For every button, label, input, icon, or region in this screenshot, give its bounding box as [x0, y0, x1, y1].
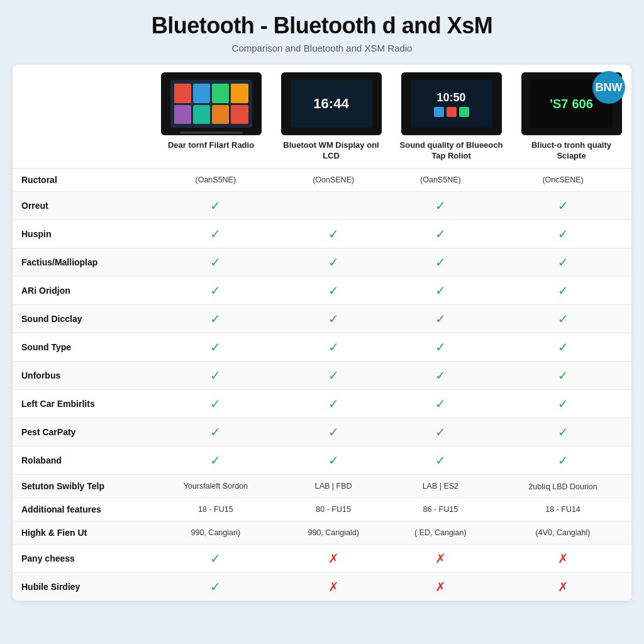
cell-2-3: ✓ — [494, 220, 631, 248]
check-icon: ✓ — [435, 312, 446, 326]
page-title: Bluetooth - Bluetooth d and XsM — [13, 13, 631, 39]
row-label: Factius/Mallioplap — [13, 248, 151, 277]
cell-11-1: LAB | FBD — [280, 475, 387, 498]
cell-7-3: ✓ — [494, 362, 631, 390]
cell-4-1: ✓ — [280, 277, 387, 305]
cell-6-0: ✓ — [151, 333, 280, 362]
check-icon: ✓ — [328, 397, 339, 411]
cell-9-1: ✓ — [280, 418, 387, 447]
check-icon: ✓ — [328, 284, 339, 297]
cell-5-1: ✓ — [280, 305, 387, 333]
cell-15-3: ✗ — [494, 573, 631, 601]
table-row: Factius/Mallioplap✓✓✓✓ — [13, 248, 631, 277]
row-label: Pest CarPaty — [13, 418, 151, 447]
cell-8-3: ✓ — [494, 390, 631, 418]
first-col-header — [13, 72, 151, 163]
cell-0-0: (OanS5NE) — [151, 169, 280, 192]
cell-1-0: ✓ — [151, 192, 280, 220]
check-icon: ✓ — [210, 199, 221, 213]
cell-12-2: 86 - FU15 — [387, 498, 494, 521]
check-icon: ✓ — [210, 397, 221, 411]
cell-14-3: ✗ — [494, 545, 631, 573]
cell-7-2: ✓ — [387, 362, 494, 390]
cell-12-1: 80 - FU15 — [280, 498, 387, 521]
check-icon: ✓ — [558, 340, 569, 354]
cell-15-0: ✓ — [151, 573, 280, 601]
cell-15-1: ✗ — [280, 573, 387, 601]
cell-12-0: 18 - FU15 — [151, 498, 280, 521]
cross-icon: ✗ — [435, 580, 446, 594]
table-row: Additional features18 - FU1580 - FU1586 … — [13, 498, 631, 521]
cell-10-0: ✓ — [151, 447, 280, 475]
row-label: Left Car Embirlits — [13, 390, 151, 418]
comparison-table: Ructoral(OanS5NE)(OonSENE)(OanS5NE)(OncS… — [13, 169, 631, 601]
check-icon: ✓ — [435, 255, 446, 269]
product-2-name: Bluetoot WM Display onl LCD — [276, 140, 386, 163]
row-label: Hubile Sirdiey — [13, 573, 151, 601]
check-icon: ✓ — [210, 312, 221, 326]
check-icon: ✓ — [435, 425, 446, 439]
cell-8-2: ✓ — [387, 390, 494, 418]
check-icon: ✓ — [328, 425, 339, 439]
product-1-image — [161, 72, 262, 135]
row-label: Highk & Fien Ut — [13, 521, 151, 545]
check-icon: ✓ — [558, 397, 569, 411]
cell-12-3: 18 - FU14 — [494, 498, 631, 521]
table-row: Huspin✓✓✓✓ — [13, 220, 631, 248]
row-label: Rolaband — [13, 447, 151, 475]
cell-3-2: ✓ — [387, 248, 494, 277]
row-label: Pany cheess — [13, 545, 151, 573]
cell-4-2: ✓ — [387, 277, 494, 305]
cross-icon: ✗ — [558, 552, 569, 565]
cell-1-3: ✓ — [494, 192, 631, 220]
check-icon: ✓ — [558, 284, 569, 297]
cell-4-3: ✓ — [494, 277, 631, 305]
cell-1-1 — [280, 192, 387, 220]
row-label: Sound Dicclay — [13, 305, 151, 333]
product-3-name: Sound quality of Blueeoch Tap Roliot — [396, 140, 506, 163]
cell-13-1: 990, Cangiald) — [280, 521, 387, 545]
cell-7-1: ✓ — [280, 362, 387, 390]
cross-icon: ✗ — [435, 552, 446, 565]
cell-6-2: ✓ — [387, 333, 494, 362]
check-icon: ✓ — [328, 340, 339, 354]
cell-2-2: ✓ — [387, 220, 494, 248]
check-icon: ✓ — [435, 369, 446, 382]
cell-8-0: ✓ — [151, 390, 280, 418]
check-icon: ✓ — [210, 284, 221, 297]
cell-14-1: ✗ — [280, 545, 387, 573]
product-images-row: Dear tornf Filart Radio 16:44 Bluetoot W… — [13, 65, 631, 169]
table-row: ARi Oridjon✓✓✓✓ — [13, 277, 631, 305]
product-2-cell: 16:44 Bluetoot WM Display onl LCD — [271, 72, 391, 163]
check-icon: ✓ — [558, 199, 569, 213]
cell-9-2: ✓ — [387, 418, 494, 447]
cell-11-3: 2ubliɋ LBD Dourion — [494, 475, 631, 498]
table-row: Unforbus✓✓✓✓ — [13, 362, 631, 390]
cell-13-3: (4V0, Cangiahl) — [494, 521, 631, 545]
cell-9-0: ✓ — [151, 418, 280, 447]
table-row: Sound Dicclay✓✓✓✓ — [13, 305, 631, 333]
check-icon: ✓ — [210, 580, 221, 594]
row-label: Orreut — [13, 192, 151, 220]
product-4-name: Bliuct-o tronh qualty Sciapte — [516, 140, 626, 163]
cell-7-0: ✓ — [151, 362, 280, 390]
cell-10-1: ✓ — [280, 447, 387, 475]
check-icon: ✓ — [328, 369, 339, 382]
cell-9-3: ✓ — [494, 418, 631, 447]
check-icon: ✓ — [435, 453, 446, 467]
cross-icon: ✗ — [328, 552, 339, 565]
page-container: Bluetooth - Bluetooth d and XsM Comparis… — [13, 13, 631, 601]
table-row: Highk & Fien Ut990, Cangiari)990, Cangia… — [13, 521, 631, 545]
table-row: Orreut✓✓✓ — [13, 192, 631, 220]
check-icon: ✓ — [435, 340, 446, 354]
bnw-badge: BNW — [592, 71, 625, 104]
cell-13-2: (.ED, Cangian) — [387, 521, 494, 545]
cell-0-3: (OncSENE) — [494, 169, 631, 192]
table-row: Setuton Swibly TelpYoursfaleft SordonLAB… — [13, 475, 631, 498]
row-label: Additional features — [13, 498, 151, 521]
table-row: Pest CarPaty✓✓✓✓ — [13, 418, 631, 447]
cell-3-3: ✓ — [494, 248, 631, 277]
cell-10-2: ✓ — [387, 447, 494, 475]
check-icon: ✓ — [210, 369, 221, 382]
cell-2-0: ✓ — [151, 220, 280, 248]
